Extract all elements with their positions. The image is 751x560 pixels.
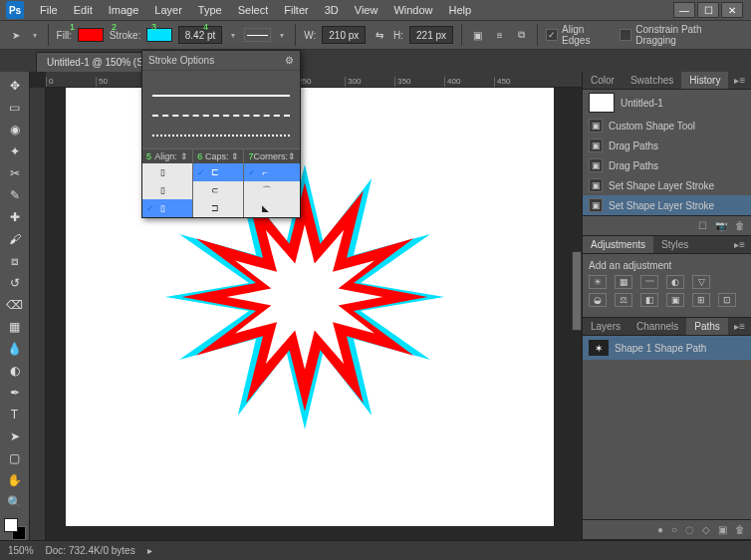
cap-butt[interactable]: ✓⊏ [193,163,243,181]
history-item[interactable]: ▣Custom Shape Tool [583,116,751,136]
menu-type[interactable]: Type [190,1,230,19]
tab-color[interactable]: Color [583,72,623,89]
new-path-icon[interactable]: ▣ [718,524,727,535]
corner-miter[interactable]: ✓⌐ [244,163,300,181]
corner-bevel[interactable]: ◣ [244,199,300,217]
tab-channels[interactable]: Channels [628,318,686,335]
align-inside[interactable]: ▯ [142,163,192,181]
menu-edit[interactable]: Edit [66,1,101,19]
adj-bw-icon[interactable]: ◧ [640,293,658,307]
adj-curves-icon[interactable]: 〰 [640,275,658,289]
adj-levels-icon[interactable]: ▦ [615,275,632,289]
menu-file[interactable]: File [32,1,66,19]
move-tool[interactable]: ✥ [4,76,26,96]
pen-tool[interactable]: ✒ [4,383,26,403]
path-arrange-icon[interactable]: ⧉ [514,27,530,43]
tab-styles[interactable]: Styles [653,236,696,253]
gear-icon[interactable]: ⚙ [285,55,294,66]
stroke-width-dropdown[interactable]: ▾ [228,28,238,42]
hand-tool[interactable]: ✋ [4,470,26,490]
height-input[interactable] [409,26,453,44]
panel-menu-icon[interactable]: ▸≡ [728,236,751,253]
tool-preset-dropdown[interactable]: ▾ [30,28,40,42]
fill-path-icon[interactable]: ● [657,524,663,535]
align-outside[interactable]: ✓▯ [142,199,192,217]
trash-icon[interactable]: 🗑 [735,220,745,231]
adj-vibrance-icon[interactable]: ▽ [692,275,710,289]
adj-balance-icon[interactable]: ⚖ [615,293,632,307]
camera-icon[interactable]: 📷 [715,220,727,231]
adj-exposure-icon[interactable]: ◐ [666,275,684,289]
link-wh-icon[interactable]: ⇆ [372,27,387,43]
tab-paths[interactable]: Paths [686,318,728,335]
marquee-tool[interactable]: ▭ [4,98,26,118]
align-center[interactable]: ▯ [142,181,192,199]
tool-preset-icon[interactable]: ➤ [8,27,24,43]
width-input[interactable] [322,26,366,44]
adj-photo-icon[interactable]: ▣ [666,293,684,307]
close-button[interactable]: ✕ [721,2,743,18]
fill-swatch[interactable] [78,28,104,42]
crop-tool[interactable]: ✂ [4,163,26,183]
brush-tool[interactable]: 🖌 [4,229,26,249]
corner-round[interactable]: ⌒ [244,181,300,199]
menu-3d[interactable]: 3D [317,1,347,19]
stroke-style-dotted[interactable] [152,123,290,137]
scrollbar-vertical[interactable] [572,251,582,331]
history-brush-tool[interactable]: ↺ [4,273,26,293]
stroke-style-dashed[interactable] [152,103,290,117]
minimize-button[interactable]: — [673,2,695,18]
stroke-style-solid[interactable] [152,83,290,97]
history-item[interactable]: ▣Drag Paths [583,136,751,155]
menu-window[interactable]: Window [385,1,440,19]
stroke-width-input[interactable] [178,26,222,44]
align-edges-checkbox[interactable]: ✓Align Edges [546,24,614,46]
blur-tool[interactable]: 💧 [4,339,26,359]
type-tool[interactable]: T [4,405,26,424]
panel-menu-icon[interactable]: ▸≡ [728,318,751,335]
constrain-checkbox[interactable]: Constrain Path Dragging [620,24,742,46]
cap-round[interactable]: ⊂ [193,181,243,199]
history-snapshot[interactable]: Untitled-1 [583,90,751,116]
adj-hue-icon[interactable]: ◒ [589,293,607,307]
lasso-tool[interactable]: ◉ [4,120,26,140]
shape-tool[interactable]: ▢ [4,448,26,468]
stroke-style-preview[interactable] [244,28,272,42]
wand-tool[interactable]: ✦ [4,141,26,161]
maximize-button[interactable]: ☐ [697,2,719,18]
history-item[interactable]: ▣Set Shape Layer Stroke [583,175,751,195]
healing-tool[interactable]: ✚ [4,207,26,227]
adj-mixer-icon[interactable]: ⊞ [692,293,710,307]
menu-filter[interactable]: Filter [276,1,316,19]
path-ops-icon[interactable]: ▣ [470,27,486,43]
snapshot-icon[interactable]: ☐ [698,220,707,231]
adj-brightness-icon[interactable]: ☀ [589,275,607,289]
path-align-icon[interactable]: ≡ [492,27,508,43]
menu-view[interactable]: View [347,1,386,19]
trash-icon[interactable]: 🗑 [735,524,745,535]
stroke-style-dropdown[interactable]: ▾ [277,28,287,42]
tab-layers[interactable]: Layers [583,318,628,335]
history-item[interactable]: ▣Drag Paths [583,155,751,175]
document-canvas[interactable] [66,88,554,526]
eyedropper-tool[interactable]: ✎ [4,185,26,205]
tab-adjustments[interactable]: Adjustments [583,236,653,253]
gradient-tool[interactable]: ▦ [4,317,26,337]
adj-lookup-icon[interactable]: ⊡ [718,293,736,307]
mask-icon[interactable]: ◇ [702,524,710,535]
color-swatches[interactable] [4,518,26,540]
tab-history[interactable]: History [681,72,728,89]
cap-square[interactable]: ⊐ [193,199,243,217]
path-select-tool[interactable]: ➤ [4,426,26,446]
info-dropdown-icon[interactable]: ▸ [147,545,152,556]
panel-menu-icon[interactable]: ▸≡ [728,72,751,89]
stroke-path-icon[interactable]: ○ [671,524,677,535]
zoom-value[interactable]: 150% [8,545,34,556]
eraser-tool[interactable]: ⌫ [4,295,26,315]
stamp-tool[interactable]: ⧈ [4,251,26,271]
dodge-tool[interactable]: ◐ [4,361,26,381]
tab-swatches[interactable]: Swatches [623,72,681,89]
menu-image[interactable]: Image [101,1,147,19]
menu-layer[interactable]: Layer [146,1,190,19]
history-item[interactable]: ▣Set Shape Layer Stroke [583,195,751,215]
